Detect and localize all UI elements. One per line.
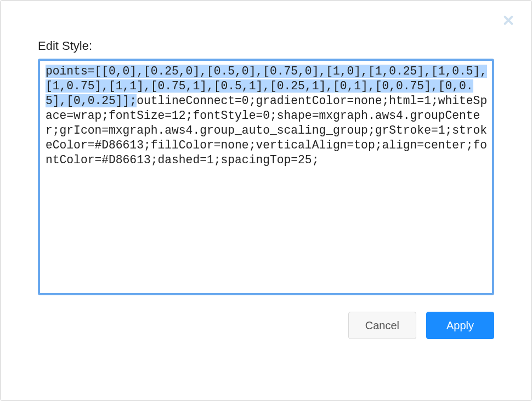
close-icon[interactable] [501,13,516,28]
button-row: Cancel Apply [38,312,494,339]
cancel-button[interactable]: Cancel [348,312,416,339]
style-input[interactable]: points=[[0,0],[0.25,0],[0.5,0],[0.75,0],… [38,59,494,295]
dialog-title: Edit Style: [38,39,494,53]
apply-button[interactable]: Apply [426,312,494,339]
edit-style-dialog: Edit Style: points=[[0,0],[0.25,0],[0.5,… [0,0,532,401]
